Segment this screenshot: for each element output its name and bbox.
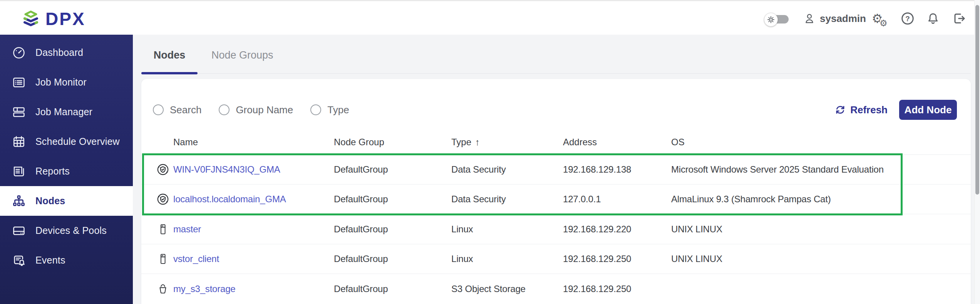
table-row[interactable]: master DefaultGroup Linux 192.168.129.22… <box>141 214 971 244</box>
node-os-cell: UNIX LINUX <box>671 224 722 235</box>
radio-label: Group Name <box>236 104 293 116</box>
column-header-name[interactable]: Name <box>173 137 198 148</box>
tab-node-groups[interactable]: Node Groups <box>211 49 273 61</box>
node-type-cell: S3 Object Storage <box>451 284 526 294</box>
node-address-cell: 192.168.129.250 <box>563 254 631 264</box>
filter-radio-search[interactable]: Search <box>153 104 201 116</box>
server-icon <box>156 252 169 266</box>
node-name-link[interactable]: localhost.localdomain_GMA <box>173 194 286 205</box>
scrollbar-thumb[interactable] <box>975 5 979 195</box>
column-header-address[interactable]: Address <box>563 137 597 148</box>
sidebar-nav: Dashboard Job Monitor Job Manager <box>0 35 133 304</box>
node-name-link[interactable]: master <box>173 224 201 235</box>
page-scrollbar[interactable] <box>974 0 980 304</box>
radio-label: Search <box>170 104 201 116</box>
sidebar-item-job-monitor[interactable]: Job Monitor <box>0 67 133 97</box>
sidebar-item-nodes[interactable]: Nodes <box>0 186 133 216</box>
table-toolbar: Refresh Add Node <box>835 95 957 124</box>
logout-button[interactable] <box>951 1 966 36</box>
radio-circle[interactable] <box>153 104 164 115</box>
node-address-cell: 127.0.0.1 <box>563 194 601 205</box>
tab-divider <box>141 73 971 74</box>
sidebar-item-label: Job Manager <box>35 106 92 118</box>
newspaper-icon <box>12 164 26 179</box>
filter-row: Search Group Name Type <box>153 95 349 124</box>
add-node-button[interactable]: Add Node <box>899 100 957 120</box>
column-header-type-label: Type <box>451 137 471 147</box>
refresh-label: Refresh <box>850 104 888 116</box>
sort-ascending-icon: ↑ <box>475 137 480 147</box>
sidebar-item-reports[interactable]: Reports <box>0 156 133 186</box>
node-type-cell: Linux <box>451 224 473 235</box>
filter-radio-type[interactable]: Type <box>310 104 349 116</box>
node-name-link[interactable]: WIN-V0FJNS4N3IQ_GMA <box>173 164 280 175</box>
tab-bar: Nodes Node Groups <box>133 35 980 74</box>
logout-icon <box>951 12 966 25</box>
username: sysadmin <box>820 13 866 25</box>
sun-gear-icon <box>767 15 775 24</box>
node-type-cell: Data Security <box>451 194 506 205</box>
shield-orbit-icon <box>156 192 169 207</box>
table-row[interactable]: WIN-V0FJNS4N3IQ_GMA DefaultGroup Data Se… <box>141 155 971 185</box>
node-group-cell: DefaultGroup <box>334 254 388 264</box>
theme-toggle-knob[interactable] <box>764 13 778 27</box>
sidebar-item-devices-pools[interactable]: Devices & Pools <box>0 216 133 245</box>
refresh-icon <box>835 104 846 115</box>
table-header: Name Node Group Type↑ Address OS <box>141 130 971 155</box>
sidebar-item-job-manager[interactable]: Job Manager <box>0 97 133 127</box>
bucket-icon <box>156 282 169 296</box>
list-bell-icon <box>12 253 26 268</box>
column-header-type[interactable]: Type↑ <box>451 137 480 148</box>
user-menu[interactable]: sysadmin <box>804 1 866 36</box>
filter-radio-group-name[interactable]: Group Name <box>219 104 293 116</box>
sidebar-item-label: Reports <box>35 166 70 177</box>
shield-orbit-icon <box>156 162 169 177</box>
double-gear-icon: ⚙⚙ <box>872 12 883 25</box>
active-tab-underline <box>141 72 198 74</box>
sidebar-item-label: Events <box>35 255 65 266</box>
dpx-logo: DPX <box>22 10 85 27</box>
dpx-app: DPX sysadmin ⚙⚙ ? <box>0 0 980 304</box>
refresh-button[interactable]: Refresh <box>835 104 888 116</box>
node-name-link[interactable]: vstor_client <box>173 254 219 264</box>
node-os-cell: UNIX LINUX <box>671 254 722 264</box>
bell-icon <box>926 12 940 25</box>
table-row[interactable]: localhost.localdomain_GMA DefaultGroup D… <box>141 184 971 214</box>
help-icon: ? <box>901 12 915 25</box>
sidebar-item-dashboard[interactable]: Dashboard <box>0 38 133 67</box>
tab-nodes[interactable]: Nodes <box>141 49 198 61</box>
column-header-node-group[interactable]: Node Group <box>334 137 384 148</box>
system-settings-button[interactable]: ⚙⚙ <box>872 1 883 36</box>
node-address-cell: 192.168.129.138 <box>563 164 631 175</box>
node-address-cell: 192.168.129.250 <box>563 284 631 294</box>
user-icon <box>804 13 815 24</box>
sidebar-item-label: Job Monitor <box>35 77 87 88</box>
node-os-cell: AlmaLinux 9.3 (Shamrock Pampas Cat) <box>671 194 831 205</box>
calendar-icon <box>12 134 26 149</box>
help-button[interactable]: ? <box>901 1 915 36</box>
node-type-cell: Data Security <box>451 164 506 175</box>
table-row[interactable]: vstor_client DefaultGroup Linux 192.168.… <box>141 244 971 274</box>
theme-toggle[interactable] <box>766 15 789 24</box>
radio-circle[interactable] <box>219 104 230 115</box>
sidebar-item-label: Dashboard <box>35 47 83 58</box>
nodes-panel: Search Group Name Type Refresh <box>141 79 971 304</box>
device-icon <box>12 223 26 238</box>
column-header-os[interactable]: OS <box>671 137 685 148</box>
rows-icon <box>12 105 26 119</box>
sidebar-item-events[interactable]: Events <box>0 245 133 275</box>
notifications-button[interactable] <box>926 1 940 36</box>
table-row[interactable]: my_s3_storage DefaultGroup S3 Object Sto… <box>141 274 971 304</box>
node-os-cell: Microsoft Windows Server 2025 Standard E… <box>671 164 884 175</box>
radio-label: Type <box>327 104 349 116</box>
node-name-link[interactable]: my_s3_storage <box>173 284 236 294</box>
gauge-icon <box>12 45 26 60</box>
list-icon <box>12 75 26 90</box>
sidebar-item-label: Devices & Pools <box>35 225 107 236</box>
sidebar-item-schedule-overview[interactable]: Schedule Overview <box>0 127 133 156</box>
node-group-cell: DefaultGroup <box>334 164 388 175</box>
radio-circle[interactable] <box>310 104 321 115</box>
sidebar-item-label: Nodes <box>35 195 65 207</box>
dpx-stack-icon <box>22 10 40 27</box>
sitemap-icon <box>12 194 26 208</box>
